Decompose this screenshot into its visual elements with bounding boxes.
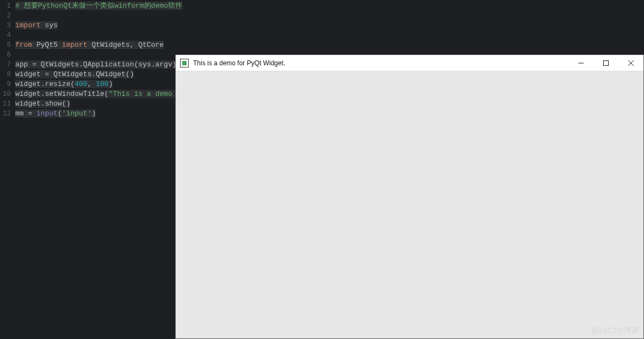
maximize-button[interactable] [593,55,618,71]
minimize-button[interactable] [568,55,593,71]
svg-rect-1 [604,60,609,65]
watermark: @51CTO博客 [591,326,639,336]
line-number: 10 [0,89,15,99]
line-number: 9 [0,79,15,89]
qt-demo-window[interactable]: This is a demo for PyQt Widget. [175,54,644,339]
line-number: 6 [0,50,15,60]
code-line[interactable]: # 想要PythonQt来做一个类似winform的demo软件 [15,1,644,11]
line-number: 5 [0,40,15,50]
window-title: This is a demo for PyQt Widget. [193,59,568,67]
window-titlebar[interactable]: This is a demo for PyQt Widget. [176,55,643,71]
line-number: 8 [0,70,15,79]
line-number: 12 [0,109,15,119]
code-line[interactable]: from PyQt5 import QtWidgets, QtCore [15,40,644,50]
line-number: 7 [0,60,15,70]
line-number: 1 [0,1,15,11]
line-number-gutter: 123456789101112 [0,0,15,339]
close-button[interactable] [618,55,643,71]
window-client-area[interactable] [176,71,643,338]
code-line[interactable]: import sys [15,21,644,30]
code-line[interactable] [15,11,644,21]
line-number: 11 [0,99,15,109]
line-number: 2 [0,11,15,21]
line-number: 3 [0,21,15,30]
qt-app-icon [180,59,189,67]
line-number: 4 [0,30,15,40]
code-line[interactable] [15,30,644,40]
